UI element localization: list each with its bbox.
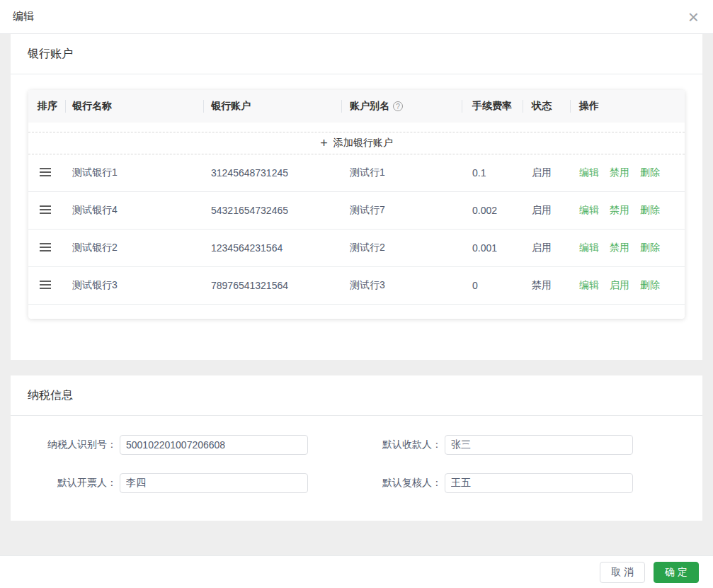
status-cell: 禁用 [523,279,570,292]
alias-cell: 测试行1 [341,166,462,179]
column-header-sort: 排序 [28,100,65,113]
edit-dialog: 编辑 × 银行账户 排序 银行名称 银行账户 账户别名 ? 手续费率 [0,0,713,588]
taxpayer-id-input[interactable] [120,435,308,455]
drag-handle-icon[interactable] [40,243,51,251]
bank-name-cell: 测试银行1 [65,166,203,179]
status-cell: 启用 [523,166,570,179]
plus-icon: + [320,137,328,149]
status-cell: 启用 [523,204,570,217]
column-header-bank-name: 银行名称 [65,100,203,113]
actions-cell: 编辑 启用 删除 [570,279,685,292]
default-drawer-field-group: 默认开票人： [21,473,308,493]
bank-section-header: 银行账户 [11,34,702,74]
drag-handle-icon[interactable] [40,205,51,214]
add-bank-account-label: 添加银行账户 [333,137,393,149]
actions-cell: 编辑 禁用 删除 [570,166,685,179]
disable-link[interactable]: 禁用 [610,204,629,217]
close-icon[interactable]: × [688,8,699,26]
drag-handle-icon[interactable] [40,281,51,289]
table-row: 测试银行4 54321654732465 测试行7 0.002 启用 编辑 禁用… [28,192,685,230]
disable-link[interactable]: 禁用 [610,242,629,254]
column-header-fee-rate: 手续费率 [462,100,523,113]
bank-account-cell: 1234564231564 [203,242,341,254]
delete-link[interactable]: 删除 [640,279,660,292]
taxpayer-id-label: 纳税人识别号： [21,439,117,451]
add-bank-account-button[interactable]: + 添加银行账户 [28,132,685,154]
tax-info-form: 纳税人识别号： 默认收款人： 默认开票人： 默认复核人： [11,416,702,493]
default-reviewer-label: 默认复核人： [360,477,442,490]
bank-name-cell: 测试银行2 [65,242,203,254]
fee-rate-cell: 0.1 [462,167,523,179]
dialog-footer: 取 消 确 定 [0,555,713,588]
actions-cell: 编辑 禁用 删除 [570,204,685,217]
table-row: 测试银行2 1234564231564 测试行2 0.001 启用 编辑 禁用 … [28,230,685,267]
column-header-actions: 操作 [570,100,685,113]
bank-accounts-table: 排序 银行名称 银行账户 账户别名 ? 手续费率 状态 操作 + 添加银行账户 [28,90,685,319]
default-payee-label: 默认收款人： [360,439,442,451]
default-reviewer-field-group: 默认复核人： [360,473,633,493]
fee-rate-cell: 0.001 [462,242,523,254]
cancel-button[interactable]: 取 消 [600,562,645,583]
bank-account-cell: 78976541321564 [203,280,341,291]
tax-info-card: 纳税信息 纳税人识别号： 默认收款人： 默认开票人： [11,375,702,521]
table-header-row: 排序 银行名称 银行账户 账户别名 ? 手续费率 状态 操作 [28,90,685,123]
column-header-alias: 账户别名 ? [341,100,462,113]
bank-account-cell: 54321654732465 [203,205,341,216]
edit-link[interactable]: 编辑 [579,279,599,292]
bank-name-cell: 测试银行4 [65,204,203,217]
fee-rate-cell: 0 [462,280,523,291]
form-row: 纳税人识别号： 默认收款人： [21,435,702,455]
dialog-title: 编辑 [13,10,34,23]
table-row: 测试银行3 78976541321564 测试行3 0 禁用 编辑 启用 删除 [28,267,685,305]
help-icon[interactable]: ? [393,101,403,111]
column-header-account: 银行账户 [203,100,341,113]
bank-name-cell: 测试银行3 [65,279,203,292]
default-drawer-input[interactable] [120,473,308,493]
actions-cell: 编辑 禁用 删除 [570,242,685,254]
default-reviewer-input[interactable] [445,473,633,493]
dialog-header: 编辑 × [0,0,713,34]
disable-link[interactable]: 禁用 [610,166,629,179]
confirm-button[interactable]: 确 定 [654,562,699,583]
tax-section-title: 纳税信息 [28,388,73,403]
fee-rate-cell: 0.002 [462,205,523,216]
drag-handle-icon[interactable] [40,168,51,176]
default-payee-field-group: 默认收款人： [360,435,633,455]
form-row: 默认开票人： 默认复核人： [21,473,702,493]
taxpayer-id-field-group: 纳税人识别号： [21,435,308,455]
tax-section-header: 纳税信息 [11,375,702,416]
edit-link[interactable]: 编辑 [579,166,599,179]
alias-cell: 测试行3 [341,279,462,292]
alias-cell: 测试行7 [341,204,462,217]
delete-link[interactable]: 删除 [640,166,660,179]
bank-account-cell: 31245648731245 [203,167,341,179]
edit-link[interactable]: 编辑 [579,242,599,254]
enable-link[interactable]: 启用 [610,279,629,292]
default-payee-input[interactable] [445,435,633,455]
bank-section-title: 银行账户 [28,47,73,62]
table-row: 测试银行1 31245648731245 测试行1 0.1 启用 编辑 禁用 删… [28,154,685,192]
delete-link[interactable]: 删除 [640,204,660,217]
column-header-status: 状态 [523,100,570,113]
edit-link[interactable]: 编辑 [579,204,599,217]
status-cell: 启用 [523,242,570,254]
dialog-body: 银行账户 排序 银行名称 银行账户 账户别名 ? 手续费率 状态 操作 [0,34,713,555]
alias-cell: 测试行2 [341,242,462,254]
delete-link[interactable]: 删除 [640,242,660,254]
default-drawer-label: 默认开票人： [21,477,117,490]
bank-accounts-card: 银行账户 排序 银行名称 银行账户 账户别名 ? 手续费率 状态 操作 [11,34,702,360]
